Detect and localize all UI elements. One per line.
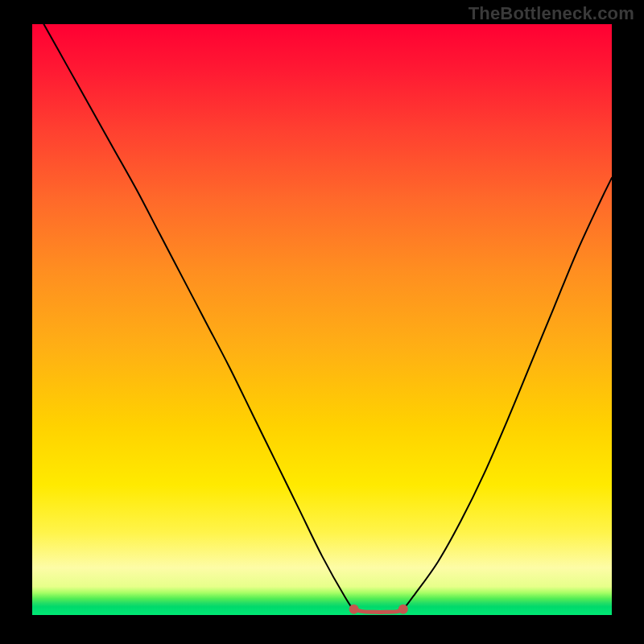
watermark-text: TheBottleneck.com [469,3,634,24]
highlight-group [349,605,408,614]
highlight-end-marker [398,605,408,614]
chart-stage: TheBottleneck.com [0,0,644,644]
main-curve-group [43,24,612,612]
plot-area [32,24,612,615]
highlight-start-marker [349,605,359,614]
curve-layer [32,24,612,615]
optimal-range-segment [354,609,403,613]
bottleneck-curve [43,24,612,612]
